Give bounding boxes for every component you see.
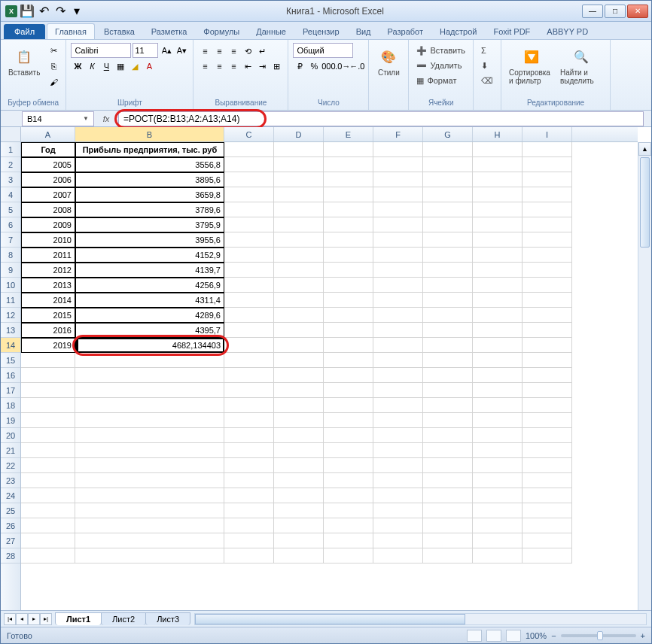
cell-B23[interactable]	[75, 473, 224, 488]
cell-A28[interactable]	[21, 548, 75, 564]
sheet-tab-2[interactable]: Лист2	[101, 612, 146, 625]
cell-B9[interactable]: 4139,7	[75, 263, 224, 278]
align-top-icon[interactable]: ≡	[198, 44, 212, 58]
cell-B4[interactable]: 3659,8	[75, 187, 224, 202]
cell-A23[interactable]	[21, 473, 75, 488]
col-header-A[interactable]: A	[21, 127, 75, 141]
cell-I3[interactable]	[523, 172, 572, 187]
cell-G17[interactable]	[423, 383, 473, 398]
cell-I17[interactable]	[523, 383, 572, 398]
row-header-3[interactable]: 3	[1, 172, 20, 187]
col-header-E[interactable]: E	[324, 127, 373, 141]
cell-G28[interactable]	[423, 548, 473, 564]
cell-I4[interactable]	[523, 187, 572, 202]
col-header-B[interactable]: B	[75, 127, 224, 141]
cell-D4[interactable]	[274, 187, 324, 202]
cell-F5[interactable]	[373, 202, 423, 217]
cell-E6[interactable]	[324, 217, 373, 232]
cell-G3[interactable]	[423, 172, 473, 187]
row-header-8[interactable]: 8	[1, 248, 20, 263]
cell-D26[interactable]	[274, 518, 324, 533]
col-header-H[interactable]: H	[473, 127, 523, 141]
decrease-font-icon[interactable]: A▾	[175, 44, 188, 57]
qat-save-icon[interactable]: 💾	[20, 5, 34, 18]
cell-D5[interactable]	[274, 202, 324, 217]
cell-C1[interactable]	[224, 142, 274, 157]
cell-A12[interactable]: 2015	[21, 308, 75, 323]
cell-G13[interactable]	[423, 323, 473, 338]
tab-formulas[interactable]: Формулы	[196, 24, 247, 39]
cell-A24[interactable]	[21, 488, 75, 503]
cell-D13[interactable]	[274, 323, 324, 338]
cell-D19[interactable]	[274, 413, 324, 428]
cell-H24[interactable]	[473, 488, 523, 503]
cell-E9[interactable]	[324, 263, 373, 278]
cell-A20[interactable]	[21, 428, 75, 443]
cell-I5[interactable]	[523, 202, 572, 217]
cell-I16[interactable]	[523, 368, 572, 383]
cell-A10[interactable]: 2013	[21, 278, 75, 293]
cell-H15[interactable]	[473, 353, 523, 368]
cell-H26[interactable]	[473, 518, 523, 533]
cell-I25[interactable]	[523, 503, 572, 518]
cell-C28[interactable]	[224, 548, 274, 564]
cell-B1[interactable]: Прибыль предприятия, тыс. руб	[75, 142, 224, 157]
vertical-scrollbar[interactable]: ▲	[638, 142, 651, 610]
cell-G12[interactable]	[423, 308, 473, 323]
cell-E27[interactable]	[324, 533, 373, 548]
cell-C19[interactable]	[224, 413, 274, 428]
cell-B25[interactable]	[75, 503, 224, 518]
cell-F1[interactable]	[373, 142, 423, 157]
cell-E18[interactable]	[324, 398, 373, 413]
cell-G26[interactable]	[423, 518, 473, 533]
row-header-21[interactable]: 21	[1, 443, 20, 458]
qat-redo-icon[interactable]: ↷	[53, 5, 67, 18]
cell-H11[interactable]	[473, 293, 523, 308]
cell-A11[interactable]: 2014	[21, 293, 75, 308]
merge-icon[interactable]: ⊞	[270, 59, 283, 73]
cell-C21[interactable]	[224, 443, 274, 458]
cells-area[interactable]: ГодПрибыль предприятия, тыс. руб20053556…	[21, 142, 638, 610]
cell-F11[interactable]	[373, 293, 423, 308]
tab-insert[interactable]: Вставка	[96, 24, 142, 39]
cell-H6[interactable]	[473, 217, 523, 232]
cell-F17[interactable]	[373, 383, 423, 398]
cell-B12[interactable]: 4289,6	[75, 308, 224, 323]
tab-nav-last-icon[interactable]: ▸|	[40, 613, 52, 625]
cell-E26[interactable]	[324, 518, 373, 533]
font-color-icon[interactable]: A	[142, 59, 156, 73]
cell-E11[interactable]	[324, 293, 373, 308]
row-header-5[interactable]: 5	[1, 202, 20, 217]
align-left-icon[interactable]: ≡	[198, 59, 212, 73]
cell-F23[interactable]	[373, 473, 423, 488]
cell-G14[interactable]	[423, 338, 473, 353]
tab-data[interactable]: Данные	[248, 24, 294, 39]
cell-A19[interactable]	[21, 413, 75, 428]
cell-I26[interactable]	[523, 518, 572, 533]
tab-nav-prev-icon[interactable]: ◂	[16, 613, 28, 625]
cell-C24[interactable]	[224, 488, 274, 503]
sheet-tab-1[interactable]: Лист1	[55, 612, 102, 625]
row-header-16[interactable]: 16	[1, 368, 20, 383]
cell-F25[interactable]	[373, 503, 423, 518]
col-header-I[interactable]: I	[523, 127, 572, 141]
cell-F19[interactable]	[373, 413, 423, 428]
find-select-button[interactable]: 🔍 Найти и выделить	[557, 43, 605, 87]
cell-D9[interactable]	[274, 263, 324, 278]
cell-D17[interactable]	[274, 383, 324, 398]
row-header-2[interactable]: 2	[1, 157, 20, 172]
minimize-button[interactable]: —	[582, 5, 603, 18]
cell-F21[interactable]	[373, 443, 423, 458]
cell-C12[interactable]	[224, 308, 274, 323]
cell-D23[interactable]	[274, 473, 324, 488]
row-header-28[interactable]: 28	[1, 548, 20, 564]
cell-B10[interactable]: 4256,9	[75, 278, 224, 293]
cell-C23[interactable]	[224, 473, 274, 488]
cell-B14[interactable]: 4682,134403	[75, 338, 224, 353]
cell-E23[interactable]	[324, 473, 373, 488]
cell-G10[interactable]	[423, 278, 473, 293]
cell-G2[interactable]	[423, 157, 473, 172]
cell-D20[interactable]	[274, 428, 324, 443]
row-header-15[interactable]: 15	[1, 353, 20, 368]
cell-I6[interactable]	[523, 217, 572, 232]
